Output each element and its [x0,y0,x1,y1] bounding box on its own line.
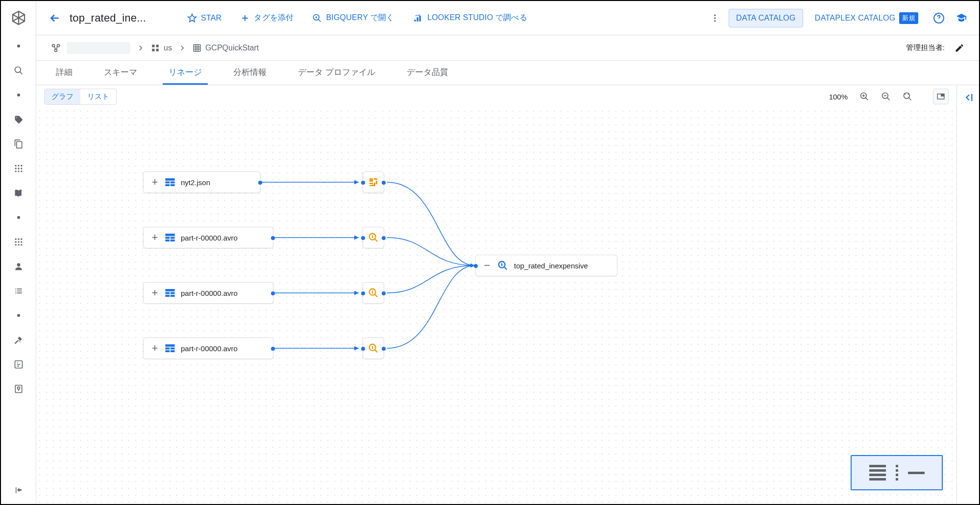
tab-analysis[interactable]: 分析情報 [227,61,272,85]
svg-point-14 [18,241,19,242]
node-output-port [271,236,275,240]
svg-point-18 [21,244,22,245]
open-looker-button[interactable]: LOOKER STUDIO で調べる [406,9,534,27]
rail-dot-1[interactable] [13,40,24,52]
crumb-org[interactable] [51,43,61,53]
svg-point-4 [15,168,16,169]
rail-dot-2[interactable] [13,89,24,101]
chevron-right-icon [136,44,145,52]
lineage-process-node[interactable] [363,282,384,304]
svg-point-19 [17,263,20,266]
list-icon[interactable] [13,285,24,297]
lineage-source-node[interactable]: + part-r-00000.avro [143,227,273,248]
expand-node-button[interactable]: + [150,177,159,188]
learn-button[interactable] [953,9,970,27]
zoom-out-button[interactable] [878,89,894,104]
svg-point-1 [15,165,16,167]
tab-lineage[interactable]: リネージ [163,61,208,85]
view-list-button[interactable]: リスト [80,89,116,104]
table-icon [165,289,175,297]
rail-dot-3[interactable] [13,212,24,223]
tab-quality[interactable]: データ品質 [401,61,454,85]
help-button[interactable] [930,9,948,27]
lineage-process-node[interactable] [363,171,384,193]
node-label: part-r-00000.avro [181,234,238,242]
node-label: part-r-00000.avro [181,344,238,353]
collapse-panel-button[interactable] [963,92,974,504]
back-button[interactable] [45,8,65,28]
data-catalog-label: DATA CATALOG [736,14,796,23]
org-icon [51,43,61,53]
top-bar: top_rated_ine... STAR タグを添付 BIGQUERY で開く… [36,1,979,35]
more-options-button[interactable] [706,9,724,27]
svg-rect-53 [171,292,175,294]
edit-owner-button[interactable] [955,43,964,53]
star-button[interactable]: STAR [180,9,228,27]
tag-icon[interactable] [13,114,24,125]
lineage-source-node[interactable]: + part-r-00000.avro [143,282,273,304]
apps-icon-2[interactable] [13,236,24,248]
svg-rect-44 [165,184,170,186]
chevron-right-icon [178,44,187,52]
add-tag-label: タグを添付 [254,13,294,23]
lineage-process-node[interactable] [363,337,384,359]
bigquery-label: BIGQUERY で開く [326,13,394,23]
svg-rect-41 [165,178,174,181]
flag-icon[interactable] [13,383,24,395]
right-panel-rail [956,85,979,504]
dataplex-catalog-chip[interactable]: DATAPLEX CATALOG 新規 [808,8,925,28]
person-icon[interactable] [13,261,24,272]
copy-icon[interactable] [13,138,24,150]
tab-details[interactable]: 詳細 [50,61,78,85]
expand-node-button[interactable]: + [150,343,159,354]
minimap[interactable] [851,455,943,490]
star-icon [187,13,197,23]
zoom-level: 100% [829,93,848,101]
svg-rect-33 [152,48,154,51]
process-icon [368,176,379,188]
crumb-project-redacted[interactable] [67,42,130,54]
search-icon[interactable] [13,65,24,76]
zoom-reset-button[interactable] [900,89,915,104]
crumb-dataset[interactable]: GCPQuickStart [193,44,259,52]
zoom-in-button[interactable] [857,89,872,104]
data-catalog-chip[interactable]: DATA CATALOG [729,9,803,27]
svg-rect-48 [171,237,175,239]
minimap-bars-icon [869,465,886,481]
view-toggle: グラフ リスト [44,89,117,105]
svg-point-10 [15,239,16,240]
open-bigquery-button[interactable]: BIGQUERY で開く [305,9,401,27]
view-graph-button[interactable]: グラフ [45,89,80,104]
new-badge: 新規 [899,12,918,24]
collapse-node-button[interactable]: − [483,260,491,271]
dashboard-icon[interactable] [13,359,24,370]
apps-icon[interactable] [13,163,24,174]
tab-profile[interactable]: データ プロファイル [292,61,381,85]
expand-node-button[interactable]: + [150,288,159,298]
crumb-region[interactable]: us [151,44,172,52]
tab-schema[interactable]: スキーマ [98,61,143,85]
svg-point-13 [15,241,16,242]
svg-rect-46 [165,234,174,236]
node-input-port [361,291,365,295]
add-tag-button[interactable]: タグを添付 [233,9,300,27]
product-logo-icon[interactable] [10,10,27,27]
more-vert-icon [710,13,720,23]
lineage-target-node[interactable]: − top_rated_inexpensive [475,255,617,276]
looker-icon [413,13,423,23]
gavel-icon[interactable] [13,334,24,346]
lineage-process-node[interactable] [363,227,384,248]
svg-point-8 [18,170,19,172]
fullscreen-button[interactable] [933,89,949,104]
expand-rail-icon[interactable] [13,484,24,496]
expand-node-button[interactable]: + [150,232,159,243]
svg-rect-57 [165,347,170,349]
region-icon [151,44,160,52]
book-icon[interactable] [13,187,24,199]
lineage-source-node[interactable]: + part-r-00000.avro [143,337,273,359]
zoom-out-icon [881,92,891,101]
rail-dot-4[interactable] [13,310,24,321]
svg-rect-58 [171,347,175,349]
lineage-source-node[interactable]: + nyt2.json [143,171,261,193]
lineage-canvas[interactable]: + nyt2.json + part-r-00000.avro + [36,108,956,504]
